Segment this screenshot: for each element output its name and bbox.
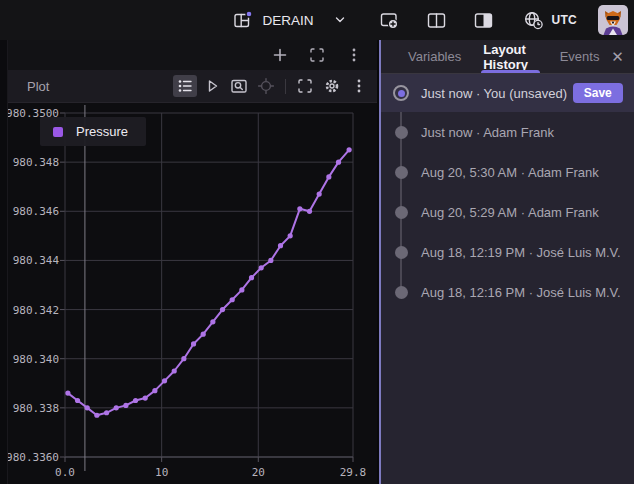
svg-text:29.8: 29.8	[340, 466, 367, 479]
chart-legend[interactable]: Pressure	[40, 117, 146, 146]
plot-sync-view-button[interactable]	[254, 75, 278, 97]
history-item[interactable]: Aug 20, 5:29 AM · Adam Frank	[381, 192, 634, 232]
tab-label: Events	[560, 49, 600, 64]
history-label: Aug 20, 5:29 AM · Adam Frank	[421, 205, 599, 220]
plot-pane: Plot	[0, 40, 377, 484]
svg-text:20: 20	[252, 466, 265, 479]
plot-settings-button[interactable]	[320, 75, 344, 97]
svg-text:980.338: 980.338	[13, 402, 59, 415]
plot-menu-button[interactable]	[347, 75, 371, 97]
history-item-current[interactable]: Just now · You (unsaved) Save	[381, 74, 634, 112]
layout-grid-icon	[231, 9, 253, 31]
history-label: Aug 20, 5:30 AM · Adam Frank	[421, 165, 599, 180]
tab-label: Variables	[408, 49, 461, 64]
tab-layout-history[interactable]: Layout History	[472, 40, 548, 73]
svg-text:980.340: 980.340	[13, 353, 59, 366]
plot-toolbar	[173, 75, 371, 97]
timezone-label: UTC	[551, 13, 577, 27]
plot-panel-title: Plot	[27, 79, 173, 94]
svg-text:980.348: 980.348	[13, 156, 59, 169]
svg-text:980.344: 980.344	[13, 254, 60, 267]
svg-text:980.3360: 980.3360	[6, 451, 59, 464]
save-button[interactable]: Save	[573, 83, 623, 103]
series-name: Pressure	[76, 124, 128, 139]
history-label: Aug 18, 12:19 PM · José Luis M.V.	[421, 245, 621, 260]
layout-history-list: Just now · You (unsaved) Save Just now ·…	[381, 74, 634, 484]
current-version-radio[interactable]	[393, 85, 409, 101]
toolbar-separator	[285, 79, 286, 94]
workspace-fullscreen-button[interactable]	[305, 44, 329, 66]
workspace-menu-button[interactable]	[342, 44, 366, 66]
chevron-down-icon	[329, 9, 351, 31]
active-tab-underline	[481, 70, 539, 73]
main-area: Plot	[0, 40, 634, 484]
globe-clock-icon	[522, 9, 544, 31]
history-item[interactable]: Aug 18, 12:19 PM · José Luis M.V.	[381, 232, 634, 272]
close-sidebar-button[interactable]: ✕	[610, 45, 624, 69]
timeline-dot	[393, 244, 409, 260]
sidebar-tabs: Variables Layout History Events ✕	[381, 40, 634, 74]
history-label: Aug 18, 12:16 PM · José Luis M.V.	[421, 285, 621, 300]
right-sidebar: Variables Layout History Events ✕ Just n…	[379, 40, 634, 484]
history-item[interactable]: Just now · Adam Frank	[381, 112, 634, 152]
tab-events[interactable]: Events	[549, 40, 611, 73]
radio-ring	[393, 85, 409, 101]
history-label: Just now · Adam Frank	[421, 125, 554, 140]
app-top-bar: DERAIN	[0, 0, 634, 40]
svg-text:0.0: 0.0	[55, 466, 75, 479]
workspace-toolbar	[0, 40, 377, 70]
svg-text:980.342: 980.342	[13, 304, 59, 317]
workspace-add-button[interactable]	[268, 44, 292, 66]
chart-region: 980.3500980.348980.346980.344980.342980.…	[0, 103, 377, 484]
right-sidebar-toggle-button[interactable]	[472, 9, 494, 31]
timeline-dot	[393, 204, 409, 220]
tab-label: Layout History	[483, 42, 537, 72]
split-view-button[interactable]	[425, 9, 447, 31]
timezone-display[interactable]: UTC	[522, 9, 577, 31]
app-window: DERAIN	[0, 0, 634, 484]
timeline-dot	[393, 284, 409, 300]
plot-legend-toggle-button[interactable]	[173, 75, 197, 97]
pressure-line-chart[interactable]: 980.3500980.348980.346980.344980.342980.…	[0, 103, 377, 484]
history-item[interactable]: Aug 20, 5:30 AM · Adam Frank	[381, 152, 634, 192]
layout-switcher-button[interactable]: DERAIN	[231, 9, 351, 31]
user-avatar[interactable]	[598, 5, 628, 35]
history-label: Just now · You (unsaved)	[421, 86, 567, 101]
plot-zoom-tool-button[interactable]	[227, 75, 251, 97]
svg-text:980.346: 980.346	[13, 205, 59, 218]
history-item[interactable]: Aug 18, 12:16 PM · José Luis M.V.	[381, 272, 634, 312]
tab-variables[interactable]: Variables	[397, 40, 472, 73]
add-panel-button[interactable]	[378, 9, 400, 31]
pane-edge-rail	[0, 40, 8, 484]
timeline-dot	[393, 124, 409, 140]
plot-select-tool-button[interactable]	[200, 75, 224, 97]
radio-dot	[398, 90, 405, 97]
svg-text:10: 10	[155, 466, 168, 479]
series-color-swatch	[53, 127, 63, 137]
plot-fullscreen-button[interactable]	[293, 75, 317, 97]
timeline-dot	[393, 164, 409, 180]
plot-panel-header: Plot	[0, 70, 377, 103]
layout-name: DERAIN	[262, 13, 313, 28]
